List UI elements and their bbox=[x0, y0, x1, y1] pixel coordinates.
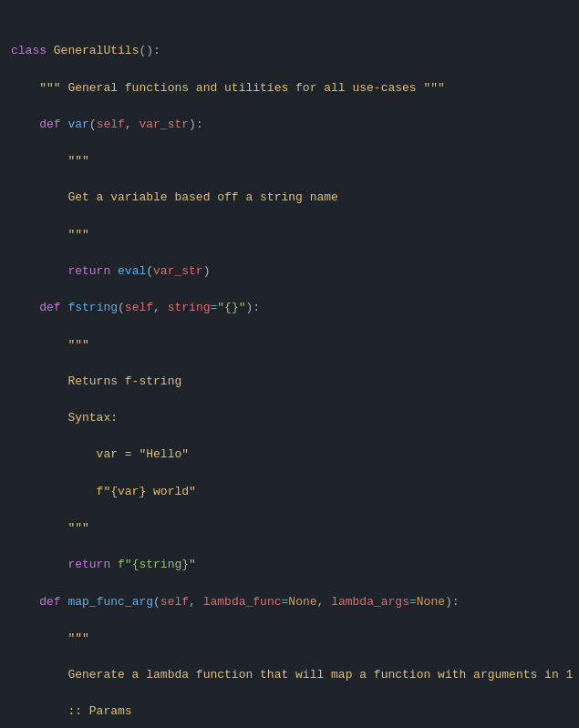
code-line-11: Syntax: bbox=[0, 409, 579, 427]
code-line-3: def var(self, var_str): bbox=[0, 116, 579, 134]
code-line-2: """ General functions and utilities for … bbox=[0, 79, 579, 97]
code-line-12: var = "Hello" bbox=[0, 446, 579, 464]
code-line-4: """ bbox=[0, 152, 579, 170]
code-line-8: def fstring(self, string="{}"): bbox=[0, 299, 579, 317]
code-line-6: """ bbox=[0, 226, 579, 244]
code-line-14: """ bbox=[0, 519, 579, 538]
code-line-1: class GeneralUtils(): bbox=[0, 42, 579, 60]
code-block: class GeneralUtils(): """ General functi… bbox=[0, 0, 579, 728]
code-line-9: """ bbox=[0, 336, 579, 354]
code-line-13: f"{var} world" bbox=[0, 483, 579, 501]
code-line-7: return eval(var_str) bbox=[0, 262, 579, 281]
code-line-15: return f"{string}" bbox=[0, 556, 579, 574]
code-line-19: :: Params bbox=[0, 702, 579, 721]
code-line-16: def map_func_arg(self, lambda_func=None,… bbox=[0, 593, 579, 611]
code-line-17: """ bbox=[0, 630, 579, 648]
code-line-5: Get a variable based off a string name bbox=[0, 189, 579, 207]
code-line-10: Returns f-string bbox=[0, 373, 579, 391]
code-line-18: Generate a lambda function that will map… bbox=[0, 666, 579, 684]
